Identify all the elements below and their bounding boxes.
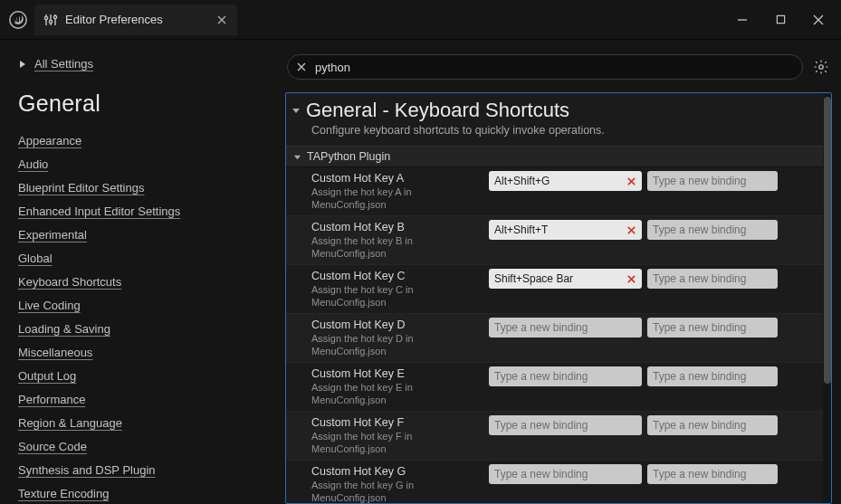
shortcut-description: Assign the hot key E in MenuConfig.json <box>311 381 483 406</box>
binding-value: Shift+Space Bar <box>494 272 573 285</box>
shortcut-row: Custom Hot Key GAssign the hot key G in … <box>286 461 824 503</box>
tab-close-button[interactable] <box>214 12 230 28</box>
shortcut-row: Custom Hot Key EAssign the hot key E in … <box>286 363 824 412</box>
shortcut-title: Custom Hot Key D <box>311 318 483 332</box>
shortcut-description: Assign the hot key A in MenuConfig.json <box>311 185 483 211</box>
svg-point-2 <box>44 16 47 19</box>
shortcut-title: Custom Hot Key A <box>311 171 483 185</box>
shortcut-row: Custom Hot Key CAssign the hot key C in … <box>286 265 824 314</box>
sidebar-item-miscellaneous[interactable]: Miscellaneous <box>18 341 285 365</box>
binding-secondary-input[interactable]: Type a new binding <box>647 464 778 484</box>
sidebar-category-title: General <box>18 90 285 117</box>
settings-gear-button[interactable] <box>810 56 832 78</box>
panel-scrollbar[interactable] <box>823 93 832 503</box>
sidebar-item-appearance[interactable]: Appearance <box>18 129 285 153</box>
title-bar: Editor Preferences <box>0 0 841 40</box>
search-field-wrap <box>287 54 803 80</box>
sidebar-item-texture-encoding[interactable]: Texture Encoding <box>18 482 285 504</box>
svg-point-4 <box>49 20 52 23</box>
binding-primary-input[interactable]: Type a new binding <box>489 464 642 484</box>
sidebar-item-output-log[interactable]: Output Log <box>18 365 285 388</box>
shortcut-description: Assign the hot key G in MenuConfig.json <box>311 479 483 503</box>
sidebar-item-enhanced-input-editor-settings[interactable]: Enhanced Input Editor Settings <box>18 200 285 223</box>
sidebar-item-loading-saving[interactable]: Loading & Saving <box>18 318 285 341</box>
sidebar-item-global[interactable]: Global <box>18 247 285 271</box>
main-area: All Settings General AppearanceAudioBlue… <box>0 40 841 504</box>
binding-value: Alt+Shift+T <box>494 223 548 236</box>
binding-secondary-input[interactable]: Type a new binding <box>647 220 778 240</box>
sidebar-item-keyboard-shortcuts[interactable]: Keyboard Shortcuts <box>18 271 285 294</box>
svg-point-9 <box>819 65 824 70</box>
shortcut-row: Custom Hot Key FAssign the hot key F in … <box>286 412 824 461</box>
svg-point-0 <box>10 11 26 27</box>
binding-primary-input[interactable]: Type a new binding <box>489 366 642 386</box>
group-title: TAPython Plugin <box>307 150 390 163</box>
window-maximize-button[interactable] <box>761 6 799 33</box>
svg-point-6 <box>53 15 56 18</box>
search-clear-button[interactable] <box>293 59 310 75</box>
binding-clear-button[interactable] <box>624 223 638 237</box>
shortcut-row: Custom Hot Key BAssign the hot key B in … <box>286 216 824 265</box>
group-header[interactable]: TAPython Plugin <box>286 146 831 167</box>
sidebar-item-blueprint-editor-settings[interactable]: Blueprint Editor Settings <box>18 176 285 200</box>
group-collapse-icon <box>293 153 301 161</box>
binding-primary-input[interactable]: Alt+Shift+T <box>489 220 642 240</box>
sidebar-item-synthesis-and-dsp-plugin[interactable]: Synthesis and DSP Plugin <box>18 459 285 482</box>
panel-scrollbar-thumb[interactable] <box>824 97 831 384</box>
binding-secondary-input[interactable]: Type a new binding <box>647 366 778 386</box>
section-subtitle: Configure keyboard shortcuts to quickly … <box>286 124 831 146</box>
shortcut-title: Custom Hot Key F <box>311 415 483 430</box>
content-pane: General - Keyboard Shortcuts Configure k… <box>285 40 841 504</box>
sidebar-item-live-coding[interactable]: Live Coding <box>18 294 285 318</box>
window-minimize-button[interactable] <box>723 6 761 33</box>
shortcut-description: Assign the hot key D in MenuConfig.json <box>311 332 483 357</box>
binding-value: Alt+Shift+G <box>494 175 550 187</box>
shortcut-row: Custom Hot Key DAssign the hot key D in … <box>286 314 824 363</box>
binding-secondary-input[interactable]: Type a new binding <box>647 269 778 289</box>
unreal-logo-icon <box>7 9 29 31</box>
expand-icon[interactable] <box>18 60 27 69</box>
shortcut-description: Assign the hot key B in MenuConfig.json <box>311 234 483 260</box>
shortcut-row: Custom Hot Key AAssign the hot key A in … <box>286 167 824 216</box>
section-title: General - Keyboard Shortcuts <box>306 99 569 122</box>
tab-label: Editor Preferences <box>65 13 163 26</box>
sliders-icon <box>43 13 58 27</box>
shortcut-title: Custom Hot Key E <box>311 366 483 381</box>
search-input[interactable] <box>315 61 793 74</box>
shortcut-description: Assign the hot key C in MenuConfig.json <box>311 283 483 309</box>
sidebar-item-experimental[interactable]: Experimental <box>18 223 285 247</box>
window-close-button[interactable] <box>799 6 837 33</box>
shortcut-title: Custom Hot Key C <box>311 269 483 283</box>
svg-rect-8 <box>777 15 784 23</box>
tab-editor-preferences[interactable]: Editor Preferences <box>34 5 237 35</box>
shortcut-description: Assign the hot key F in MenuConfig.json <box>311 430 483 455</box>
binding-primary-input[interactable]: Alt+Shift+G <box>489 171 642 191</box>
binding-secondary-input[interactable]: Type a new binding <box>647 318 778 338</box>
settings-panel: General - Keyboard Shortcuts Configure k… <box>285 92 832 504</box>
shortcut-title: Custom Hot Key B <box>311 220 483 234</box>
shortcut-title: Custom Hot Key G <box>311 464 483 479</box>
binding-clear-button[interactable] <box>624 174 638 188</box>
sidebar-item-performance[interactable]: Performance <box>18 388 285 412</box>
binding-primary-input[interactable]: Type a new binding <box>489 318 642 338</box>
sidebar-item-source-code[interactable]: Source Code <box>18 435 285 459</box>
sidebar: All Settings General AppearanceAudioBlue… <box>0 40 285 504</box>
all-settings-link[interactable]: All Settings <box>34 52 93 76</box>
binding-secondary-input[interactable]: Type a new binding <box>647 415 778 435</box>
binding-secondary-input[interactable]: Type a new binding <box>647 171 778 191</box>
section-collapse-icon[interactable] <box>291 106 301 115</box>
sidebar-item-region-language[interactable]: Region & Language <box>18 412 285 435</box>
sidebar-item-audio[interactable]: Audio <box>18 153 285 176</box>
binding-primary-input[interactable]: Type a new binding <box>489 415 642 435</box>
binding-primary-input[interactable]: Shift+Space Bar <box>489 269 642 289</box>
binding-clear-button[interactable] <box>624 271 638 286</box>
